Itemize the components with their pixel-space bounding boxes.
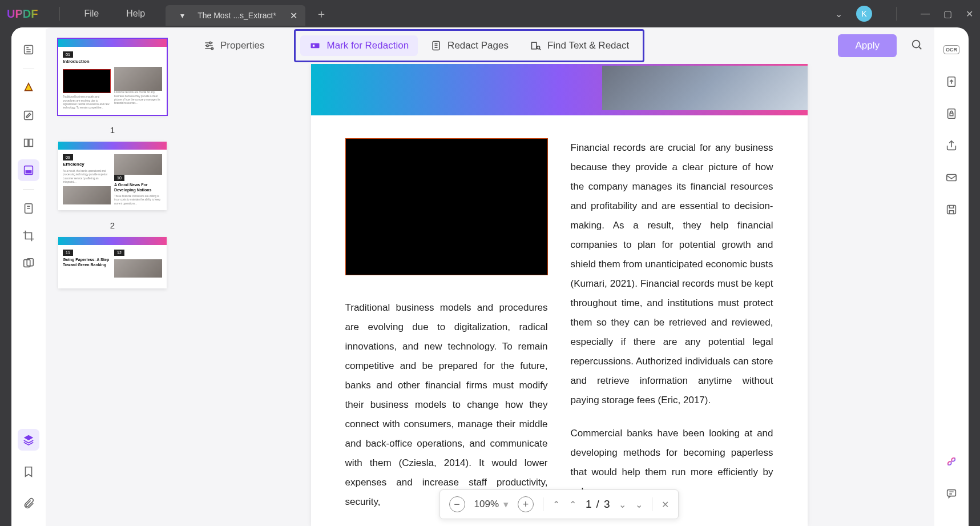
document-viewport[interactable]: Traditional business models and procedur… bbox=[184, 64, 934, 526]
document-tab[interactable]: ▾ The Most ...s_Extract* ✕ bbox=[166, 5, 305, 26]
svg-rect-1 bbox=[25, 111, 33, 120]
thumbnail-panel: 01 Introduction Traditional business mod… bbox=[41, 27, 184, 526]
svg-point-10 bbox=[207, 45, 208, 46]
svg-rect-19 bbox=[950, 113, 953, 116]
next-page-icon[interactable]: ⌄ bbox=[619, 499, 626, 510]
svg-rect-14 bbox=[531, 42, 536, 49]
maximize-icon[interactable]: ▢ bbox=[943, 9, 952, 19]
edit-tool-icon[interactable] bbox=[18, 105, 39, 126]
ai-assistant-icon[interactable] bbox=[941, 451, 962, 472]
menu-file[interactable]: File bbox=[70, 9, 112, 19]
find-text-redact-button[interactable]: Find Text & Redact bbox=[521, 35, 638, 56]
close-controls-icon[interactable]: ✕ bbox=[662, 499, 669, 510]
organize-tool-icon[interactable] bbox=[18, 132, 39, 154]
page-thumbnail-2[interactable]: 09 Efficiency As a result, the banks ope… bbox=[58, 142, 167, 210]
close-icon[interactable]: ✕ bbox=[290, 10, 297, 21]
body-text-left: Traditional business models and procedur… bbox=[345, 298, 548, 512]
menu-help[interactable]: Help bbox=[112, 9, 159, 19]
page-indicator[interactable]: 1/3 bbox=[586, 498, 610, 511]
forms-tool-icon[interactable] bbox=[18, 198, 39, 219]
svg-point-9 bbox=[209, 42, 211, 43]
header-image bbox=[602, 66, 808, 110]
apply-button[interactable]: Apply bbox=[838, 34, 897, 57]
svg-rect-21 bbox=[947, 206, 956, 214]
page-thumbnail-1[interactable]: 01 Introduction Traditional business mod… bbox=[58, 39, 167, 115]
svg-point-16 bbox=[913, 41, 920, 48]
first-page-icon[interactable]: ⌃ bbox=[552, 499, 560, 510]
page-controls: − 109% ▾ + ⌃ ⌃ 1/3 ⌄ ⌄ ✕ bbox=[439, 489, 679, 519]
chevron-down-icon[interactable]: ⌄ bbox=[835, 9, 842, 19]
search-icon[interactable] bbox=[910, 38, 923, 53]
reader-tool-icon[interactable] bbox=[18, 39, 39, 61]
minimize-icon[interactable]: — bbox=[921, 9, 930, 19]
svg-rect-12 bbox=[311, 43, 320, 48]
convert-icon[interactable] bbox=[941, 71, 962, 93]
page-number-label: 1 bbox=[110, 125, 115, 135]
right-toolbar: OCR bbox=[934, 27, 969, 526]
redact-pages-button[interactable]: Redact Pages bbox=[421, 35, 518, 56]
svg-rect-5 bbox=[26, 171, 31, 173]
attachment-icon[interactable] bbox=[18, 493, 39, 515]
email-icon[interactable] bbox=[941, 167, 962, 188]
bookmark-icon[interactable] bbox=[18, 461, 39, 483]
zoom-in-button[interactable]: + bbox=[518, 496, 534, 512]
svg-rect-3 bbox=[29, 139, 33, 147]
tab-title: The Most ...s_Extract* bbox=[197, 11, 276, 20]
redact-tool-icon[interactable] bbox=[18, 159, 39, 181]
redaction-mark[interactable] bbox=[345, 138, 548, 275]
svg-rect-22 bbox=[947, 490, 956, 496]
properties-button[interactable]: Properties bbox=[195, 35, 272, 56]
close-window-icon[interactable]: ✕ bbox=[966, 9, 973, 19]
app-logo: UPDF bbox=[7, 7, 38, 21]
search-text-icon bbox=[530, 40, 542, 51]
svg-rect-2 bbox=[25, 139, 28, 147]
prev-page-icon[interactable]: ⌃ bbox=[569, 499, 576, 510]
page-number-label: 2 bbox=[110, 220, 115, 230]
svg-point-11 bbox=[211, 47, 213, 49]
mark-for-redaction-button[interactable]: Mark for Redaction bbox=[300, 35, 418, 56]
divider bbox=[896, 7, 897, 21]
redact-mark-icon bbox=[309, 40, 321, 51]
body-text-right: Financial records are crucial for any bu… bbox=[571, 138, 773, 410]
protect-icon[interactable] bbox=[941, 103, 962, 125]
crop-tool-icon[interactable] bbox=[18, 225, 39, 247]
layers-icon[interactable] bbox=[18, 429, 39, 451]
redaction-toolbar: Properties Mark for Redaction Redact Pag… bbox=[184, 27, 934, 64]
tab-dropdown-icon[interactable]: ▾ bbox=[174, 5, 191, 26]
last-page-icon[interactable]: ⌄ bbox=[635, 499, 643, 510]
add-tab-icon[interactable]: ＋ bbox=[316, 6, 327, 22]
user-avatar[interactable]: K bbox=[856, 6, 872, 22]
zoom-out-button[interactable]: − bbox=[449, 496, 465, 512]
document-page: Traditional business models and procedur… bbox=[311, 64, 808, 526]
sliders-icon bbox=[203, 40, 215, 51]
comment-panel-icon[interactable] bbox=[941, 483, 962, 504]
svg-rect-20 bbox=[947, 175, 957, 181]
comment-tool-icon[interactable] bbox=[18, 77, 39, 99]
share-icon[interactable] bbox=[941, 135, 962, 156]
save-icon[interactable] bbox=[941, 199, 962, 220]
svg-rect-18 bbox=[948, 109, 955, 119]
compare-tool-icon[interactable] bbox=[18, 252, 39, 274]
left-toolbar bbox=[11, 27, 46, 526]
ocr-icon[interactable]: OCR bbox=[941, 39, 962, 61]
pages-icon bbox=[430, 40, 442, 51]
divider bbox=[59, 7, 60, 21]
page-thumbnail-3[interactable]: 11 Going Paperless: A Step Toward Green … bbox=[58, 237, 167, 288]
zoom-level[interactable]: 109% ▾ bbox=[474, 499, 509, 511]
